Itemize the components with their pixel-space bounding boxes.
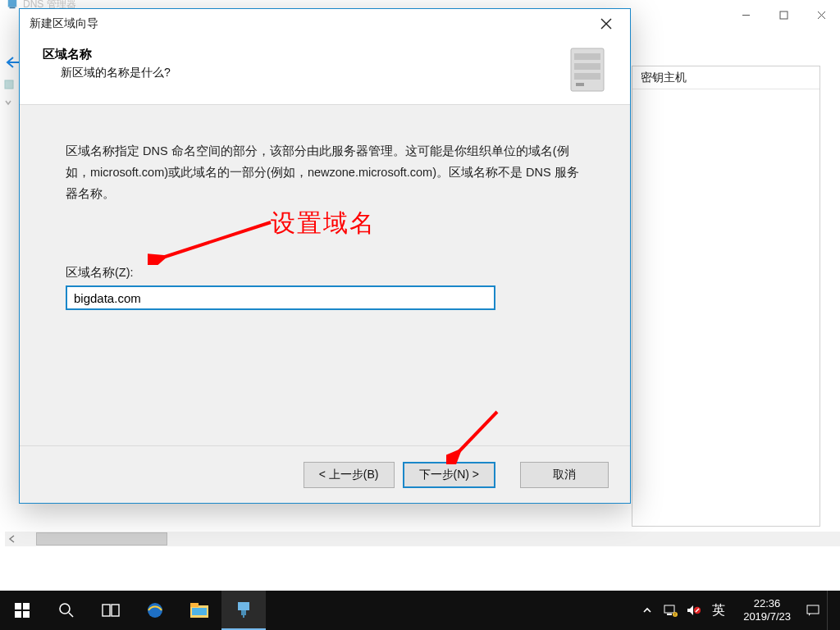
- svg-rect-29: [241, 610, 246, 615]
- svg-rect-31: [664, 605, 674, 613]
- tray-volume-icon[interactable]: [684, 591, 702, 630]
- dialog-header: 区域名称 新区域的名称是什么?: [20, 39, 630, 107]
- parent-maximize-button[interactable]: [765, 2, 802, 28]
- taskbar-app-explorer[interactable]: [177, 591, 221, 630]
- scrollbar-thumb[interactable]: [36, 532, 167, 546]
- svg-line-21: [69, 613, 73, 617]
- svg-rect-1: [10, 7, 16, 9]
- show-desktop-button[interactable]: [827, 591, 833, 630]
- dialog-close-button[interactable]: [587, 9, 625, 39]
- parent-minimize-button[interactable]: [727, 2, 765, 28]
- list-columns[interactable]: 密钥主机: [632, 66, 819, 89]
- dialog-body: 区域名称指定 DNS 命名空间的部分，该部分由此服务器管理。这可能是你组织单位的…: [20, 104, 630, 445]
- parent-titlebar: DNS 管理器: [2, 0, 840, 8]
- svg-rect-23: [112, 605, 119, 616]
- tree-icons: [3, 79, 15, 115]
- taskbar-search-button[interactable]: [44, 591, 89, 630]
- cancel-button[interactable]: 取消: [520, 462, 609, 488]
- start-button[interactable]: [0, 591, 44, 630]
- tree-chevron-icon: [3, 98, 15, 110]
- tree-node-icon: [3, 79, 15, 93]
- action-center-icon[interactable]: [804, 591, 822, 630]
- dialog-header-subtitle: 新区域的名称是什么?: [43, 66, 561, 80]
- dialog-title: 新建区域向导: [30, 16, 587, 31]
- svg-rect-32: [667, 614, 672, 615]
- taskbar-date: 2019/7/23: [743, 610, 791, 623]
- zone-name-description: 区域名称指定 DNS 命名空间的部分，该部分由此服务器管理。这可能是你组织单位的…: [66, 141, 584, 204]
- task-view-button[interactable]: [89, 591, 133, 630]
- svg-text:!: !: [674, 612, 675, 617]
- tray-network-icon[interactable]: !: [661, 591, 679, 630]
- svg-rect-6: [5, 80, 13, 89]
- dialog-titlebar[interactable]: 新建区域向导: [20, 9, 630, 39]
- ime-indicator[interactable]: 英: [707, 602, 730, 619]
- dialog-footer: < 上一步(B) 下一步(N) > 取消: [20, 445, 630, 503]
- new-zone-wizard-dialog: 新建区域向导 区域名称 新区域的名称是什么? 区域名称指定 DNS 命名空间的部…: [19, 8, 631, 504]
- dns-icon: [7, 0, 18, 10]
- parent-window-controls: [727, 2, 840, 28]
- svg-rect-16: [15, 603, 21, 609]
- svg-rect-28: [238, 602, 249, 610]
- svg-rect-26: [190, 603, 199, 607]
- svg-rect-12: [574, 73, 600, 80]
- svg-rect-18: [15, 611, 21, 618]
- taskbar-clock[interactable]: 22:36 2019/7/23: [735, 597, 799, 623]
- svg-rect-37: [807, 605, 819, 614]
- horizontal-scrollbar[interactable]: [5, 532, 840, 546]
- toolbar-back-icon[interactable]: [5, 56, 20, 71]
- zone-name-label: 区域名称(Z):: [66, 265, 584, 281]
- svg-rect-19: [23, 611, 30, 618]
- svg-point-24: [148, 603, 162, 618]
- svg-rect-3: [780, 11, 788, 19]
- taskbar-app-dns[interactable]: [221, 591, 266, 630]
- server-icon: [564, 45, 610, 94]
- svg-rect-27: [192, 608, 207, 615]
- svg-rect-0: [8, 0, 17, 7]
- taskbar: ! 英 22:36 2019/7/23: [0, 591, 840, 630]
- zone-name-input[interactable]: [66, 285, 495, 310]
- tray-chevron-up-icon[interactable]: [638, 591, 656, 630]
- svg-rect-22: [103, 605, 110, 616]
- right-list-pane: 密钥主机: [632, 66, 820, 527]
- svg-rect-17: [23, 603, 30, 609]
- taskbar-time: 22:36: [743, 597, 791, 610]
- svg-point-20: [60, 604, 70, 614]
- svg-rect-10: [574, 53, 600, 60]
- svg-rect-11: [574, 63, 600, 70]
- taskbar-app-ie[interactable]: [133, 591, 177, 630]
- dialog-header-title: 区域名称: [43, 47, 561, 62]
- parent-close-button[interactable]: [802, 2, 840, 28]
- back-button[interactable]: < 上一步(B): [304, 462, 395, 488]
- next-button[interactable]: 下一步(N) >: [403, 462, 496, 488]
- svg-rect-13: [576, 83, 584, 86]
- column-key-hosts[interactable]: 密钥主机: [632, 71, 687, 85]
